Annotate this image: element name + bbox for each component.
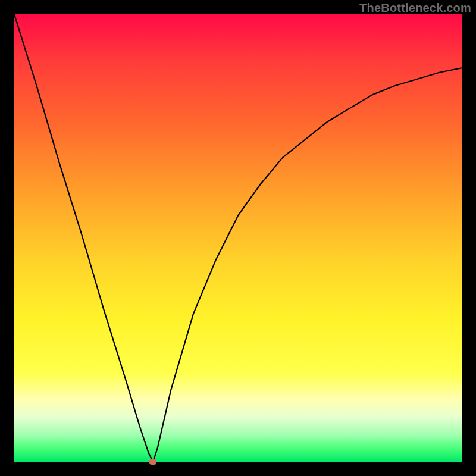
chart-frame: TheBottleneck.com: [0, 0, 476, 476]
bottleneck-curve: [14, 14, 462, 462]
watermark-text: TheBottleneck.com: [359, 1, 471, 15]
plot-area: [14, 14, 462, 462]
minimum-marker: [149, 459, 156, 465]
